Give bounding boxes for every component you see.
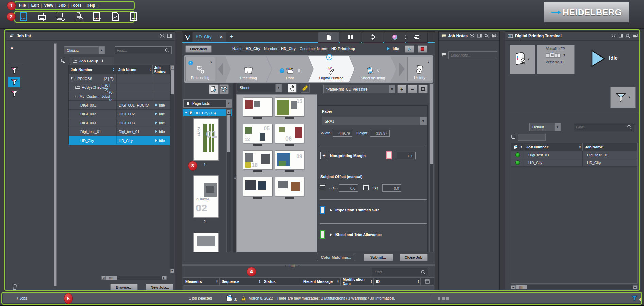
expand-sidebar-button[interactable]: » [11,45,13,50]
sheet-thumbnail[interactable] [275,177,304,196]
workflow-history-step[interactable]: ▼ History [407,57,432,81]
menu-view[interactable]: View [42,3,55,8]
text-export-icon[interactable]: ABC [92,12,101,22]
job-row-my-custom-j[interactable]: My_Custom_Jobs(0 | 5) [69,92,170,101]
group-ghost-box[interactable] [518,134,546,141]
detach-panel-icon[interactable] [477,34,482,38]
menu-edit[interactable]: Edit [29,3,41,8]
job-table-vscrollbar[interactable]: ▲ ▼ [170,65,174,273]
col-status[interactable]: Status [262,278,301,285]
workflow-scroll-right-icon[interactable] [399,62,405,76]
single-page-view-button[interactable] [209,84,219,94]
sheet-thumbnail[interactable]: 05 12 [243,124,272,143]
elements-find-box[interactable] [372,268,428,276]
terminal-find-box[interactable] [574,123,634,131]
workflow-print-step[interactable]: ! 0 Print [267,56,313,82]
offset-y-field[interactable]: 0.0 [382,184,401,192]
device-settings-icon[interactable] [74,12,83,22]
printer-type-button[interactable]: ▼ [510,45,535,74]
page-lists-dropdown[interactable]: Page Lists ▼ [183,99,232,108]
job-list-icon[interactable]: ABC [19,12,28,22]
filter-selected-icon[interactable] [8,77,20,87]
filter-other-icon[interactable] [10,90,18,99]
browse-button[interactable]: Browse... [110,284,138,291]
sheet-thumbnail[interactable]: 09 [275,150,304,170]
tab-hd-city[interactable]: HD_City ✕ [193,32,226,42]
job-find-box[interactable] [115,46,172,54]
detach-panel-icon[interactable] [619,34,624,38]
overview-button[interactable]: Overview [185,45,212,53]
search-icon[interactable] [484,34,489,38]
offset-x-field[interactable]: 0.0 [339,184,358,192]
new-tab-button[interactable]: + [230,33,234,40]
search-icon[interactable] [626,34,631,38]
job-row-digi-test-01[interactable]: Digi_test_01 Digi_test_01 Idle [69,127,170,136]
height-field[interactable]: 319.97 [370,130,390,137]
barcode-document-icon[interactable] [129,12,138,22]
printer-queue-icon[interactable] [37,12,46,22]
tab-marks[interactable] [362,32,383,43]
job-find-input[interactable] [117,48,164,52]
enter-note-input[interactable] [451,53,495,57]
sheet-thumbnail[interactable]: 15 [275,97,304,116]
job-row-digi-001[interactable]: DIGI_001 DIGI_001_HDCity Idle [69,101,170,110]
terminal-hscrollbar[interactable]: ◀ |||| ▶ [511,285,638,289]
col-job-status[interactable]: Job Status [152,65,169,74]
preset-dropdown[interactable]: *PagePrint_CL_Versafire ▼ [323,85,395,93]
job-row-digi-002[interactable]: DIGI_002 DIGI_002 Idle [69,110,170,118]
color-matching-button[interactable]: Color Matching... [317,254,355,261]
elements-find-input[interactable] [375,270,421,274]
menu-file[interactable]: File [17,3,28,8]
collapse-panel-icon[interactable] [470,34,475,38]
sidebar-splitter[interactable] [54,43,57,286]
collapse-tree-icon[interactable] [511,134,516,141]
imposition-trimmed-size-label[interactable]: Imposition Trimmed Size [335,208,380,212]
job-row-prjobs[interactable]: PRJOBS(2 | 7) [69,74,170,83]
job-row-digi-003[interactable]: DIGI_003 DIGI_003 Idle [69,118,170,127]
enter-note-box[interactable] [448,51,497,59]
terminal-view-dropdown[interactable]: Default ▼ [529,123,561,131]
view-selector-dropdown[interactable]: Sheet ▼ [237,84,282,92]
bleed-trim-allowance-label[interactable]: Bleed and Trim Allowance [335,232,382,237]
trash-icon[interactable] [12,284,17,291]
stop-job-button[interactable] [418,45,427,53]
job-row-hd-city-selected[interactable]: HD_City HD_City Idle [69,136,170,145]
col-elements[interactable]: Elements▲▼ [183,278,219,285]
col-job-number[interactable]: Job Number▲▼ [69,68,116,72]
menu-help[interactable]: Help [85,3,98,8]
inspector-scrollbar[interactable] [429,83,434,252]
offset-x-checkbox[interactable] [320,185,325,190]
col-recent-message[interactable]: Recent Message▲▼ [301,278,340,285]
tab-color[interactable] [384,32,405,43]
workflow-sheet-finishing-step[interactable]: 0 Sheet finishing [350,56,396,82]
col-sequence[interactable]: Sequence▲▼ [219,278,262,285]
view-mode-dropdown[interactable]: Classic▼ [64,46,105,54]
maximize-preset-button[interactable] [418,85,428,93]
terminal-find-input[interactable] [576,125,627,129]
sheet-canvas[interactable]: 15 05 12 06 18 [236,94,317,252]
device-selector-button[interactable]: Versafire EP ▼ Versafire_CL [537,45,575,74]
add-preset-button[interactable]: + [397,85,406,93]
collapse-panel-icon[interactable] [160,34,165,38]
workstation-settings-icon[interactable] [56,12,65,22]
workflow-scroll-left-icon[interactable] [218,62,223,76]
terminal-row-digi-test-01[interactable]: Digi_test_01 Digi_test_01 [511,151,637,159]
sheet-thumbnail[interactable]: 06 [275,124,304,143]
page-list-tree-item[interactable]: ▼ HD_City (16) [183,109,232,116]
menu-job[interactable]: Job [56,3,68,8]
expander-icon[interactable]: ▶ [330,208,332,212]
tab-imposition[interactable] [340,32,361,43]
margin-color-swatch[interactable] [386,151,392,159]
multi-page-view-button[interactable] [219,84,229,94]
page-list-scrollbar[interactable]: ▲ [226,109,231,252]
collapse-panel-icon[interactable] [611,34,616,38]
table-settings-icon[interactable] [420,278,434,285]
menu-tools[interactable]: Tools [69,3,83,8]
close-job-button[interactable]: Close Job [400,254,428,261]
col-printer-icon[interactable]: ▲▼ [511,143,524,151]
sheet-thumbnail[interactable]: 18 [243,150,272,170]
sheet-thumbnail[interactable] [243,97,272,116]
filter-all-icon[interactable] [10,66,18,76]
new-job-button[interactable]: New Job... [146,284,173,291]
col-terminal-job-number[interactable]: Job Number▲▼ [524,143,582,151]
